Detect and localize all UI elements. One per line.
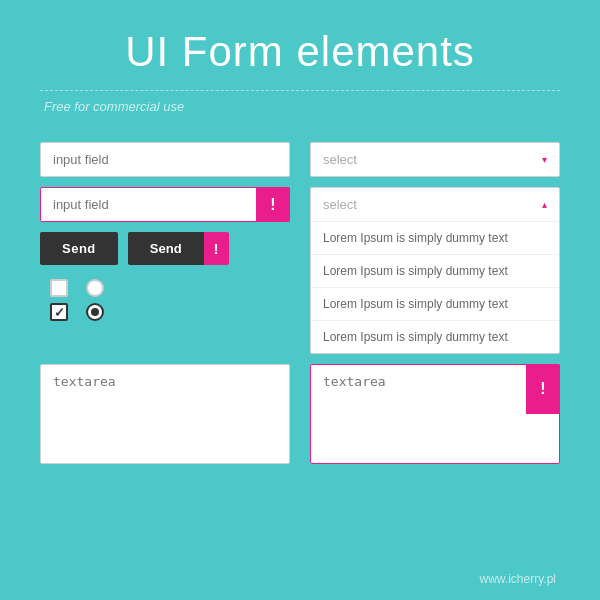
select-open-label: select	[323, 197, 357, 212]
dropdown-arrow-down-icon: ▾	[542, 154, 547, 165]
select-open: select ▴ Lorem Ipsum is simply dummy tex…	[310, 187, 560, 354]
select-option-2[interactable]: Lorem Ipsum is simply dummy text	[311, 255, 559, 288]
button-error-badge: !	[204, 232, 229, 265]
select-open-header[interactable]: select ▴	[311, 188, 559, 222]
input-field-error[interactable]	[40, 187, 290, 222]
input-field-normal[interactable]	[40, 142, 290, 177]
textarea-normal[interactable]	[40, 364, 290, 464]
select-option-3[interactable]: Lorem Ipsum is simply dummy text	[311, 288, 559, 321]
textarea-error-badge: !	[526, 364, 560, 414]
page-title: UI Form elements	[0, 0, 600, 76]
select-placeholder: select	[323, 152, 357, 167]
divider	[40, 90, 560, 91]
send-button-normal[interactable]: Send	[40, 232, 118, 265]
main-content: ! Send Send ! select	[0, 124, 600, 354]
radio-checked[interactable]	[86, 303, 104, 321]
send-button-error[interactable]: Send	[128, 232, 204, 265]
controls-row	[40, 279, 290, 321]
right-column: select ▾ select ▴ Lorem Ipsum is simply …	[310, 142, 560, 354]
textarea-normal-wrapper	[40, 364, 290, 464]
select-option-1[interactable]: Lorem Ipsum is simply dummy text	[311, 222, 559, 255]
radio-unchecked[interactable]	[86, 279, 104, 297]
control-pair-checked	[40, 303, 290, 321]
send-button-error-wrapper: Send !	[128, 232, 229, 265]
footer-url: www.icherry.pl	[480, 572, 556, 586]
textarea-section: !	[0, 364, 600, 464]
select-display[interactable]: select ▾	[311, 143, 559, 176]
button-row: Send Send !	[40, 232, 290, 265]
select-option-4[interactable]: Lorem Ipsum is simply dummy text	[311, 321, 559, 353]
input-error-badge: !	[256, 187, 290, 222]
input-field-wrapper	[40, 142, 290, 177]
control-pair-unchecked	[40, 279, 290, 297]
dropdown-arrow-up-icon: ▴	[542, 199, 547, 210]
textarea-error-wrapper: !	[310, 364, 560, 464]
input-field-error-wrapper: !	[40, 187, 290, 222]
subtitle: Free for commercial use	[44, 99, 600, 114]
textarea-error[interactable]	[310, 364, 560, 464]
select-closed[interactable]: select ▾	[310, 142, 560, 177]
checkbox-checked[interactable]	[50, 303, 68, 321]
checkbox-unchecked[interactable]	[50, 279, 68, 297]
left-column: ! Send Send !	[40, 142, 290, 354]
